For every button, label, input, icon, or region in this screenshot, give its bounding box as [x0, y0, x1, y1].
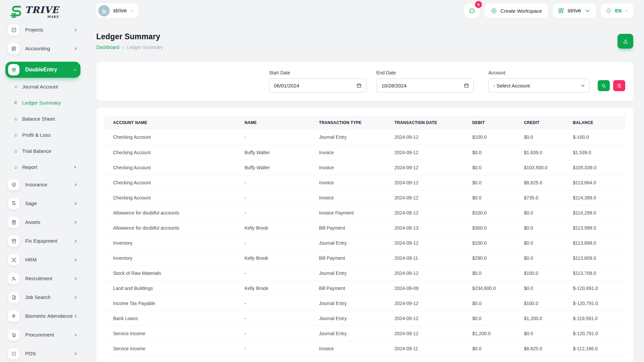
sidebar-item-label: HRM — [25, 257, 73, 263]
table-cell: Service Income — [104, 326, 236, 341]
table-cell: Checking Account — [104, 190, 236, 205]
table-cell: $1,539.0 — [564, 145, 625, 160]
table-cell: Journal Entry — [310, 235, 386, 250]
table-cell: $103,500.0 — [515, 160, 564, 175]
language-selector[interactable]: EN — [601, 3, 633, 18]
file-search-icon — [8, 292, 19, 303]
clear-filter-button[interactable] — [613, 80, 625, 91]
workspace-selector[interactable]: strive — [96, 3, 139, 18]
column-header-name[interactable]: NAME — [236, 116, 310, 130]
table-cell: 2024-09-12 — [386, 296, 464, 311]
building-icon — [101, 8, 107, 14]
table-cell: 2024-09-12 — [386, 326, 464, 341]
start-date-value: 06/01/2024 — [274, 83, 299, 88]
sidebar-item-hrm[interactable]: HRM — [5, 254, 80, 265]
sidebar-item-label: Biometric Attendance — [25, 313, 73, 319]
sidebar-item-pos[interactable]: POS — [5, 348, 80, 359]
sidebar-subitem-ledger-summary[interactable]: Ledger Summary — [5, 99, 80, 107]
table-cell: 2024-09-12 — [386, 130, 464, 145]
table-cell: $0.0 — [464, 145, 515, 160]
circle-icon — [14, 149, 18, 153]
table-cell: Service Income — [104, 341, 236, 356]
table-cell: - — [236, 130, 310, 145]
apply-filter-button[interactable] — [598, 80, 610, 91]
sidebar-item-projects[interactable]: Projects — [5, 24, 80, 36]
table-cell: $0.0 — [515, 326, 564, 341]
table-cell: Bill Payment — [310, 281, 386, 296]
column-header-debit[interactable]: DEBIT — [464, 116, 515, 130]
sidebar-item-label: Recruitment — [25, 276, 73, 282]
column-header-transaction-type[interactable]: TRANSACTION TYPE — [310, 116, 386, 130]
messages-button[interactable]: 0 — [464, 3, 480, 18]
end-date-input[interactable]: 10/28/2024 — [376, 78, 474, 93]
chevron-right-icon — [73, 201, 78, 206]
create-workspace-button[interactable]: Create Workspace — [485, 3, 548, 18]
table-cell: $113,999.0 — [564, 220, 625, 235]
table-row: Inventory-Journal Entry2024-09-12$100.0$… — [104, 235, 625, 250]
table-cell: $113,609.0 — [564, 250, 625, 265]
workspace-switcher[interactable]: strive — [553, 3, 596, 18]
table-cell: 2024-09-11 — [386, 250, 464, 265]
table-cell: - — [236, 311, 310, 326]
sidebar-item-label: Insurance — [25, 182, 73, 188]
sidebar-item-label: Job Search — [25, 294, 73, 301]
table-cell: Inventory — [104, 250, 236, 265]
table-cell: Allowance for doubtful accounts — [104, 205, 236, 220]
table-cell: Kelly Brook — [236, 250, 310, 265]
user-scan-icon — [8, 254, 19, 265]
archive-icon — [8, 235, 19, 247]
table-cell: Invoice — [310, 160, 386, 175]
sidebar-item-procurement[interactable]: Procurement — [5, 329, 80, 341]
sidebar-subitem-journal-account[interactable]: Journal Account — [5, 82, 80, 90]
sidebar-subitem-balance-sheet[interactable]: Balance Sheet — [5, 115, 80, 123]
column-header-account-name[interactable]: ACCOUNT NAME — [104, 116, 236, 130]
sidebar-subitem-report[interactable]: Report — [5, 163, 80, 171]
table-cell: Kelly Brook — [236, 281, 310, 296]
chevron-down-icon — [625, 9, 629, 13]
sidebar-item-accounting[interactable]: Accounting — [5, 43, 80, 54]
calendar-icon[interactable] — [356, 83, 362, 88]
sidebar-item-biometric-attendance[interactable]: Biometric Attendance — [5, 310, 80, 322]
table-cell: Checking Account — [104, 130, 236, 145]
sidebar-subitem-label: Report — [22, 164, 37, 170]
calendar-icon[interactable] — [464, 83, 469, 88]
chevron-right-icon — [73, 314, 78, 318]
sidebar-subitem-profit-loss[interactable]: Profit & Loss — [5, 131, 80, 139]
sidebar-subitem-label: Trial Balance — [22, 148, 51, 154]
table-row: InventoryKelly BrookBill Payment2024-09-… — [104, 250, 625, 265]
brand-logo[interactable]: TRIVE MAKE — [5, 3, 80, 24]
sidebar-item-job-search[interactable]: Job Search — [5, 292, 80, 303]
table-cell: $0.0 — [515, 235, 564, 250]
table-cell: $100.0 — [464, 130, 515, 145]
start-date-input[interactable]: 06/01/2024 — [269, 78, 366, 93]
scales-icon — [8, 64, 19, 75]
main-area: strive 0 Create Workspace strive — [86, 0, 644, 362]
table-cell: $1,639.0 — [515, 145, 564, 160]
checkbox-icon — [8, 24, 19, 36]
sidebar-subitem-label: Profit & Loss — [22, 132, 51, 138]
column-header-credit[interactable]: CREDIT — [515, 116, 564, 130]
table-cell: Invoice — [310, 341, 386, 356]
table-cell: $0.0 — [464, 190, 515, 205]
sidebar-item-assets[interactable]: Assets — [5, 217, 80, 228]
sidebar-item-recruitment[interactable]: Recruitment — [5, 273, 80, 284]
sidebar-submenu: Journal AccountLedger SummaryBalance She… — [5, 82, 80, 171]
breadcrumb-dashboard-link[interactable]: Dashboard — [96, 45, 119, 50]
download-button[interactable] — [618, 34, 633, 49]
user-plus-icon — [8, 273, 19, 284]
table-row: Income Tax Payable-Journal Entry2024-09-… — [104, 296, 625, 311]
sidebar-item-fix-equipment[interactable]: Fix Equipment — [5, 235, 80, 247]
page-title: Ledger Summary — [96, 32, 163, 41]
brand-s-icon — [9, 4, 24, 19]
table-cell: $0.0 — [515, 220, 564, 235]
table-cell: 2024-09-12 — [386, 190, 464, 205]
sidebar-item-sage[interactable]: SSage — [5, 198, 80, 209]
account-select[interactable]: - Select Account — [488, 78, 590, 93]
sidebar-nav: ProjectsAccountingDoubleEntryJournal Acc… — [5, 24, 80, 359]
sidebar-item-doubleentry[interactable]: DoubleEntry — [5, 62, 80, 78]
table-cell: Land and Buildings — [104, 281, 236, 296]
sidebar-item-insurance[interactable]: Insurance — [5, 179, 80, 190]
column-header-balance[interactable]: BALANCE — [564, 116, 625, 130]
column-header-transaction-date[interactable]: TRANSACTION DATE — [386, 116, 464, 130]
sidebar-subitem-trial-balance[interactable]: Trial Balance — [5, 147, 80, 155]
